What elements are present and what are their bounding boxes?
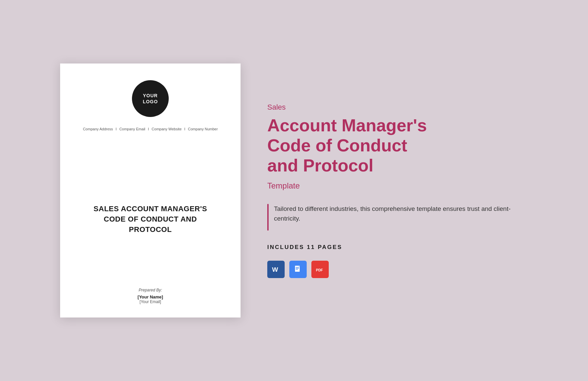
- word-icon[interactable]: W: [267, 261, 285, 278]
- svg-rect-5: [296, 268, 299, 269]
- prepared-section: Prepared By: [Your Name] [Your Email]: [138, 281, 163, 304]
- logo-line1: YOUR: [143, 93, 158, 99]
- separator-1: I: [116, 127, 117, 131]
- svg-text:PDF: PDF: [316, 268, 323, 272]
- category-label: Sales: [267, 103, 528, 112]
- company-address: Company Address: [83, 127, 113, 131]
- prepared-by-label: Prepared By:: [138, 288, 163, 292]
- pdf-icon[interactable]: PDF: [311, 261, 329, 278]
- svg-rect-6: [296, 269, 298, 270]
- separator-2: I: [148, 127, 149, 131]
- logo-line2: LOGO: [143, 99, 158, 105]
- company-website: Company Website: [152, 127, 182, 131]
- main-container: YOUR LOGO Company Address I Company Emai…: [60, 32, 528, 349]
- info-panel: Sales Account Manager'sCode of Conductan…: [267, 96, 528, 284]
- google-docs-icon[interactable]: [289, 261, 307, 278]
- pages-label: INCLUDES 11 PAGES: [267, 244, 528, 251]
- description-text: Tailored to different industries, this c…: [274, 204, 528, 231]
- prepared-name: [Your Name]: [138, 294, 163, 299]
- main-title: Account Manager'sCode of Conductand Prot…: [267, 116, 528, 175]
- svg-text:W: W: [272, 266, 278, 273]
- svg-rect-4: [296, 267, 299, 268]
- format-icons: W PDF: [267, 261, 528, 278]
- template-label: Template: [267, 181, 528, 190]
- document-preview: YOUR LOGO Company Address I Company Emai…: [60, 64, 241, 318]
- company-number: Company Number: [188, 127, 218, 131]
- separator-3: I: [184, 127, 185, 131]
- prepared-email: [Your Email]: [138, 299, 163, 304]
- doc-title-section: SALES ACCOUNT MANAGER'SCODE OF CONDUCT A…: [94, 158, 207, 281]
- doc-title: SALES ACCOUNT MANAGER'SCODE OF CONDUCT A…: [94, 204, 207, 235]
- description-block: Tailored to different industries, this c…: [267, 204, 528, 231]
- company-logo: YOUR LOGO: [132, 80, 169, 117]
- company-info-bar: Company Address I Company Email I Compan…: [83, 127, 218, 131]
- description-bar: [267, 204, 269, 231]
- company-email: Company Email: [119, 127, 145, 131]
